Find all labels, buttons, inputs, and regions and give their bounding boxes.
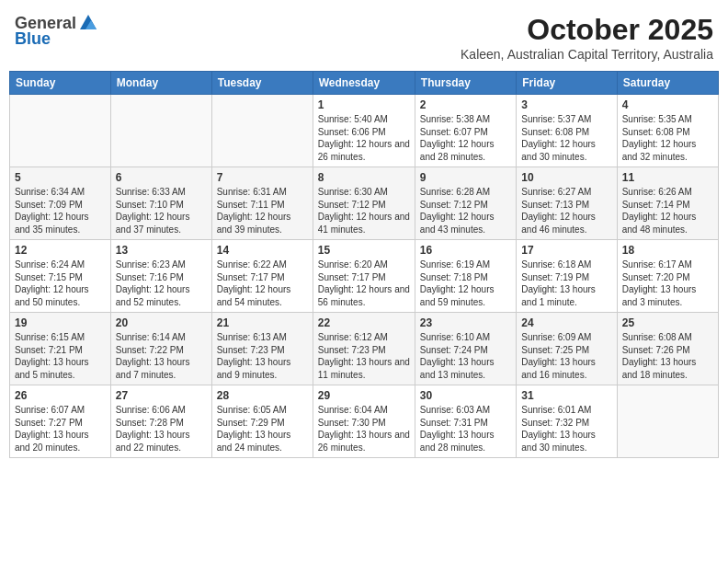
day-number: 27 <box>116 389 207 402</box>
weekday-header: Friday <box>517 72 617 95</box>
day-number: 4 <box>622 98 713 111</box>
day-number: 20 <box>116 316 207 329</box>
calendar-cell: 5Sunrise: 6:34 AM Sunset: 7:09 PM Daylig… <box>10 167 111 240</box>
day-number: 22 <box>318 316 410 329</box>
calendar-cell: 28Sunrise: 6:05 AM Sunset: 7:29 PM Dayli… <box>211 385 313 458</box>
day-info: Sunrise: 6:19 AM Sunset: 7:18 PM Dayligh… <box>420 259 511 308</box>
day-info: Sunrise: 6:08 AM Sunset: 7:26 PM Dayligh… <box>622 331 713 381</box>
calendar-cell: 7Sunrise: 6:31 AM Sunset: 7:11 PM Daylig… <box>211 167 313 240</box>
day-info: Sunrise: 6:17 AM Sunset: 7:20 PM Dayligh… <box>622 259 713 308</box>
calendar-cell: 11Sunrise: 6:26 AM Sunset: 7:14 PM Dayli… <box>617 167 718 240</box>
day-number: 6 <box>116 171 207 184</box>
calendar-cell: 2Sunrise: 5:38 AM Sunset: 6:07 PM Daylig… <box>415 95 516 167</box>
day-info: Sunrise: 6:34 AM Sunset: 7:09 PM Dayligh… <box>15 186 106 236</box>
logo: General Blue <box>15 13 100 49</box>
day-number: 11 <box>622 171 713 184</box>
day-info: Sunrise: 6:04 AM Sunset: 7:30 PM Dayligh… <box>318 404 410 454</box>
day-info: Sunrise: 6:14 AM Sunset: 7:22 PM Dayligh… <box>116 331 207 381</box>
day-number: 26 <box>15 389 106 402</box>
calendar-cell: 13Sunrise: 6:23 AM Sunset: 7:16 PM Dayli… <box>110 240 211 313</box>
calendar-cell: 25Sunrise: 6:08 AM Sunset: 7:26 PM Dayli… <box>617 313 718 385</box>
calendar-cell: 19Sunrise: 6:15 AM Sunset: 7:21 PM Dayli… <box>10 313 111 385</box>
calendar-cell: 6Sunrise: 6:33 AM Sunset: 7:10 PM Daylig… <box>110 167 211 240</box>
calendar-cell: 23Sunrise: 6:10 AM Sunset: 7:24 PM Dayli… <box>415 313 516 385</box>
day-number: 21 <box>217 316 308 329</box>
calendar-week-row: 26Sunrise: 6:07 AM Sunset: 7:27 PM Dayli… <box>10 385 719 458</box>
day-info: Sunrise: 6:15 AM Sunset: 7:21 PM Dayligh… <box>15 331 106 381</box>
day-number: 28 <box>217 389 308 402</box>
calendar-cell: 9Sunrise: 6:28 AM Sunset: 7:12 PM Daylig… <box>415 167 516 240</box>
calendar-cell <box>617 385 718 458</box>
day-info: Sunrise: 6:30 AM Sunset: 7:12 PM Dayligh… <box>318 186 410 236</box>
calendar-cell: 16Sunrise: 6:19 AM Sunset: 7:18 PM Dayli… <box>415 240 516 313</box>
calendar-cell: 8Sunrise: 6:30 AM Sunset: 7:12 PM Daylig… <box>313 167 415 240</box>
day-number: 7 <box>217 171 308 184</box>
calendar-cell: 30Sunrise: 6:03 AM Sunset: 7:31 PM Dayli… <box>415 385 516 458</box>
day-info: Sunrise: 6:06 AM Sunset: 7:28 PM Dayligh… <box>116 404 207 454</box>
calendar-cell: 20Sunrise: 6:14 AM Sunset: 7:22 PM Dayli… <box>110 313 211 385</box>
weekday-header: Monday <box>110 72 211 95</box>
day-info: Sunrise: 5:37 AM Sunset: 6:08 PM Dayligh… <box>521 113 611 163</box>
weekday-header: Wednesday <box>313 72 415 95</box>
day-number: 2 <box>420 98 511 111</box>
calendar-cell: 17Sunrise: 6:18 AM Sunset: 7:19 PM Dayli… <box>517 240 617 313</box>
day-number: 12 <box>15 244 106 257</box>
day-info: Sunrise: 6:13 AM Sunset: 7:23 PM Dayligh… <box>217 331 308 381</box>
day-number: 15 <box>318 244 410 257</box>
title-area: October 2025 Kaleen, Australian Capital … <box>461 13 713 62</box>
calendar-cell: 22Sunrise: 6:12 AM Sunset: 7:23 PM Dayli… <box>313 313 415 385</box>
calendar-week-row: 1Sunrise: 5:40 AM Sunset: 6:06 PM Daylig… <box>10 95 719 167</box>
calendar-cell: 12Sunrise: 6:24 AM Sunset: 7:15 PM Dayli… <box>10 240 111 313</box>
calendar-cell: 29Sunrise: 6:04 AM Sunset: 7:30 PM Dayli… <box>313 385 415 458</box>
calendar-week-row: 19Sunrise: 6:15 AM Sunset: 7:21 PM Dayli… <box>10 313 719 385</box>
day-info: Sunrise: 6:27 AM Sunset: 7:13 PM Dayligh… <box>521 186 611 236</box>
day-number: 25 <box>622 316 713 329</box>
logo-icon <box>78 13 98 33</box>
calendar-cell: 31Sunrise: 6:01 AM Sunset: 7:32 PM Dayli… <box>517 385 617 458</box>
page-subtitle: Kaleen, Australian Capital Territory, Au… <box>461 47 713 62</box>
weekday-header-row: SundayMondayTuesdayWednesdayThursdayFrid… <box>10 72 719 95</box>
day-number: 9 <box>420 171 511 184</box>
page-header: General Blue October 2025 Kaleen, Austra… <box>9 9 719 65</box>
day-number: 16 <box>420 244 511 257</box>
weekday-header: Thursday <box>415 72 516 95</box>
day-number: 3 <box>521 98 611 111</box>
day-info: Sunrise: 6:05 AM Sunset: 7:29 PM Dayligh… <box>217 404 308 454</box>
calendar-cell <box>10 95 111 167</box>
calendar-cell: 26Sunrise: 6:07 AM Sunset: 7:27 PM Dayli… <box>10 385 111 458</box>
day-info: Sunrise: 6:20 AM Sunset: 7:17 PM Dayligh… <box>318 259 410 308</box>
calendar-cell: 18Sunrise: 6:17 AM Sunset: 7:20 PM Dayli… <box>617 240 718 313</box>
weekday-header: Tuesday <box>211 72 313 95</box>
calendar-cell <box>211 95 313 167</box>
day-info: Sunrise: 6:12 AM Sunset: 7:23 PM Dayligh… <box>318 331 410 381</box>
day-info: Sunrise: 6:31 AM Sunset: 7:11 PM Dayligh… <box>217 186 308 236</box>
calendar-cell: 3Sunrise: 5:37 AM Sunset: 6:08 PM Daylig… <box>517 95 617 167</box>
weekday-header: Sunday <box>10 72 111 95</box>
day-number: 10 <box>521 171 611 184</box>
calendar-cell: 15Sunrise: 6:20 AM Sunset: 7:17 PM Dayli… <box>313 240 415 313</box>
day-info: Sunrise: 6:03 AM Sunset: 7:31 PM Dayligh… <box>420 404 511 454</box>
calendar-cell: 21Sunrise: 6:13 AM Sunset: 7:23 PM Dayli… <box>211 313 313 385</box>
calendar-cell: 24Sunrise: 6:09 AM Sunset: 7:25 PM Dayli… <box>517 313 617 385</box>
calendar-cell: 27Sunrise: 6:06 AM Sunset: 7:28 PM Dayli… <box>110 385 211 458</box>
calendar-cell: 4Sunrise: 5:35 AM Sunset: 6:08 PM Daylig… <box>617 95 718 167</box>
day-info: Sunrise: 6:28 AM Sunset: 7:12 PM Dayligh… <box>420 186 511 236</box>
day-number: 24 <box>521 316 611 329</box>
day-number: 30 <box>420 389 511 402</box>
day-number: 23 <box>420 316 511 329</box>
day-number: 31 <box>521 389 611 402</box>
calendar-cell: 10Sunrise: 6:27 AM Sunset: 7:13 PM Dayli… <box>517 167 617 240</box>
day-info: Sunrise: 6:23 AM Sunset: 7:16 PM Dayligh… <box>116 259 207 308</box>
day-info: Sunrise: 6:24 AM Sunset: 7:15 PM Dayligh… <box>15 259 106 308</box>
day-info: Sunrise: 6:22 AM Sunset: 7:17 PM Dayligh… <box>217 259 308 308</box>
day-info: Sunrise: 5:38 AM Sunset: 6:07 PM Dayligh… <box>420 113 511 163</box>
logo-blue: Blue <box>15 29 51 49</box>
day-info: Sunrise: 6:09 AM Sunset: 7:25 PM Dayligh… <box>521 331 611 381</box>
day-number: 13 <box>116 244 207 257</box>
day-number: 18 <box>622 244 713 257</box>
calendar-week-row: 12Sunrise: 6:24 AM Sunset: 7:15 PM Dayli… <box>10 240 719 313</box>
day-info: Sunrise: 6:33 AM Sunset: 7:10 PM Dayligh… <box>116 186 207 236</box>
day-info: Sunrise: 5:40 AM Sunset: 6:06 PM Dayligh… <box>318 113 410 163</box>
day-number: 1 <box>318 98 410 111</box>
day-number: 29 <box>318 389 410 402</box>
